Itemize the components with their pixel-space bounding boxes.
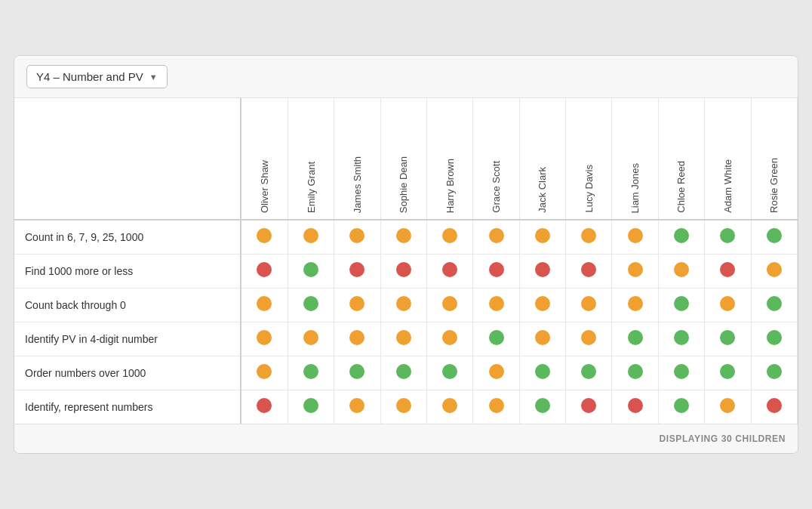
orange-dot [535, 228, 550, 243]
score-cell [566, 356, 612, 390]
orange-dot [349, 398, 364, 413]
score-cell [705, 288, 751, 322]
student-name: Rosie Green [768, 158, 780, 213]
topic-dropdown[interactable]: Y4 – Number and PV ▼ [26, 65, 168, 88]
red-dot [581, 262, 596, 277]
score-cell [473, 288, 519, 322]
score-cell [288, 254, 334, 288]
score-cell [751, 220, 797, 254]
red-dot [257, 262, 272, 277]
green-dot [767, 296, 782, 311]
green-dot [442, 364, 457, 379]
score-cell [380, 356, 426, 390]
score-cell [288, 220, 334, 254]
red-dot [349, 262, 364, 277]
student-header-8: Liam Jones [612, 98, 658, 220]
score-cell [519, 220, 565, 254]
score-cell [612, 254, 658, 288]
orange-dot [257, 296, 272, 311]
red-dot [489, 262, 504, 277]
orange-dot [581, 330, 596, 345]
score-cell [380, 390, 426, 424]
student-name: Chloe Reed [675, 161, 687, 213]
student-name: Oliver Shaw [259, 160, 270, 213]
green-dot [581, 364, 596, 379]
orange-dot [489, 296, 504, 311]
student-name: Liam Jones [629, 163, 641, 213]
orange-dot [489, 398, 504, 413]
score-cell [427, 220, 473, 254]
score-cell [288, 356, 334, 390]
orange-dot [767, 262, 782, 277]
table-row: Identify PV in 4-digit number [14, 322, 798, 356]
orange-dot [396, 330, 411, 345]
student-header-1: Emily Grant [288, 98, 334, 220]
score-cell [473, 390, 519, 424]
score-cell [519, 288, 565, 322]
orange-dot [581, 296, 596, 311]
score-cell [658, 356, 704, 390]
score-cell [751, 254, 797, 288]
row-label: Count in 6, 7, 9, 25, 1000 [14, 220, 241, 254]
score-cell [751, 322, 797, 356]
score-cell [473, 254, 519, 288]
score-cell [473, 220, 519, 254]
green-dot [767, 228, 782, 243]
score-cell [334, 220, 380, 254]
green-dot [489, 330, 504, 345]
orange-dot [535, 330, 550, 345]
orange-dot [349, 330, 364, 345]
row-label: Identify, represent numbers [14, 390, 241, 424]
score-cell [566, 322, 612, 356]
student-name: Emily Grant [306, 162, 317, 213]
results-table: Oliver ShawEmily GrantJames SmithSophie … [14, 98, 798, 424]
student-name: Jack Clark [537, 167, 548, 213]
table-row: Order numbers over 1000 [14, 356, 798, 390]
student-header-5: Grace Scott [473, 98, 519, 220]
score-cell [241, 356, 288, 390]
student-header-2: James Smith [334, 98, 380, 220]
student-name: Adam White [722, 159, 734, 213]
score-cell [519, 356, 565, 390]
score-cell [334, 288, 380, 322]
score-cell [241, 322, 288, 356]
score-cell [612, 288, 658, 322]
student-name: James Smith [352, 156, 363, 213]
green-dot [628, 364, 643, 379]
score-cell [566, 390, 612, 424]
orange-dot [489, 364, 504, 379]
score-cell [612, 390, 658, 424]
red-dot [257, 398, 272, 413]
score-cell [427, 288, 473, 322]
score-cell [241, 288, 288, 322]
score-cell [288, 322, 334, 356]
score-cell [705, 390, 751, 424]
score-cell [334, 356, 380, 390]
orange-dot [442, 228, 457, 243]
score-cell [473, 322, 519, 356]
green-dot [720, 364, 735, 379]
score-cell [473, 356, 519, 390]
red-dot [581, 398, 596, 413]
orange-dot [720, 398, 735, 413]
student-name: Sophie Dean [398, 156, 409, 213]
score-cell [658, 390, 704, 424]
score-cell [380, 220, 426, 254]
red-dot [535, 262, 550, 277]
chevron-down-icon: ▼ [149, 72, 158, 82]
orange-dot [257, 228, 272, 243]
orange-dot [349, 228, 364, 243]
score-cell [751, 390, 797, 424]
score-cell [658, 220, 704, 254]
footer: DISPLAYING 30 CHILDREN [14, 424, 798, 453]
dropdown-label: Y4 – Number and PV [36, 70, 143, 83]
score-cell [241, 220, 288, 254]
score-cell [705, 322, 751, 356]
green-dot [396, 364, 411, 379]
green-dot [674, 330, 689, 345]
orange-dot [489, 228, 504, 243]
score-cell [427, 254, 473, 288]
orange-dot [442, 296, 457, 311]
green-dot [674, 398, 689, 413]
green-dot [349, 364, 364, 379]
